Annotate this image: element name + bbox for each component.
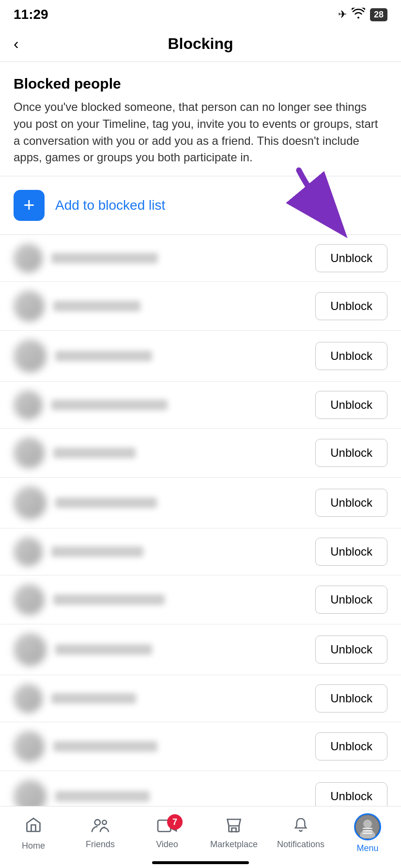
nav-label-video: Video [156, 839, 178, 850]
person-avatar [14, 437, 45, 468]
unblock-button[interactable]: Unblock [315, 732, 387, 760]
person-avatar [14, 244, 43, 273]
svg-rect-7 [363, 828, 372, 829]
person-name [55, 351, 152, 361]
unblock-button[interactable]: Unblock [315, 489, 387, 517]
unblock-button[interactable]: Unblock [315, 391, 387, 419]
home-icon [25, 816, 42, 838]
nav-label-notifications: Notifications [277, 839, 324, 850]
person-name [51, 546, 143, 557]
blocked-item: Unblock [0, 624, 401, 675]
unblock-button[interactable]: Unblock [315, 636, 387, 664]
nav-label-friends: Friends [86, 839, 115, 850]
svg-point-5 [363, 820, 372, 828]
add-blocked-label: Add to blocked list [55, 198, 165, 213]
add-blocked-row[interactable]: + Add to blocked list [0, 176, 401, 235]
unblock-button[interactable]: Unblock [315, 586, 387, 614]
friends-icon [91, 817, 110, 837]
person-name [55, 497, 157, 508]
person-info [14, 684, 315, 713]
page-content: Blocked people Once you've blocked someo… [0, 62, 401, 822]
person-avatar [14, 633, 46, 666]
nav-item-notifications[interactable]: Notifications [267, 817, 334, 850]
blocked-item: Unblock [0, 331, 401, 382]
airplane-icon: ✈ [338, 8, 347, 21]
person-info [14, 437, 315, 468]
person-avatar [14, 537, 43, 566]
nav-item-marketplace[interactable]: Marketplace [200, 817, 267, 850]
blocked-item: Unblock [0, 478, 401, 528]
status-bar: 11:29 ✈ 28 [0, 0, 401, 26]
person-avatar [14, 684, 43, 713]
wifi-icon [352, 8, 365, 21]
unblock-button[interactable]: Unblock [315, 244, 387, 272]
unblock-button[interactable]: Unblock [315, 342, 387, 370]
blocked-list: Unblock Unblock Unblock Unblock Unblock … [0, 235, 401, 822]
home-indicator [152, 861, 249, 864]
blocked-item: Unblock [0, 282, 401, 331]
svg-rect-9 [363, 833, 372, 834]
page-header: ‹ Blocking [0, 26, 401, 62]
nav-item-video[interactable]: 7 Video [134, 817, 200, 850]
unblock-button[interactable]: Unblock [315, 538, 387, 566]
unblock-button[interactable]: Unblock [315, 292, 387, 320]
person-avatar [14, 340, 46, 372]
person-info [14, 633, 315, 666]
back-button[interactable]: ‹ [14, 35, 19, 53]
person-info [14, 291, 315, 322]
menu-avatar [354, 813, 381, 840]
blocked-section: Blocked people Once you've blocked someo… [0, 62, 401, 176]
person-name [53, 594, 165, 605]
unblock-button[interactable]: Unblock [315, 439, 387, 467]
person-name [55, 791, 150, 802]
status-icons: ✈ 28 [338, 8, 387, 21]
person-name [51, 253, 158, 264]
video-badge: 7 [167, 814, 183, 830]
blocked-item: Unblock [0, 575, 401, 624]
bottom-navigation: Home Friends 7 Video [0, 806, 401, 868]
marketplace-icon [225, 817, 243, 837]
person-avatar [14, 731, 45, 762]
person-avatar [14, 291, 45, 322]
person-name [53, 301, 140, 311]
person-avatar [14, 584, 45, 615]
person-info [14, 244, 315, 273]
plus-icon: + [23, 195, 34, 215]
person-info [14, 486, 315, 519]
battery-indicator: 28 [370, 8, 387, 21]
person-info [14, 340, 315, 372]
person-name [55, 644, 152, 655]
nav-label-marketplace: Marketplace [210, 839, 258, 850]
person-avatar [14, 390, 43, 419]
nav-label-menu: Menu [356, 843, 378, 853]
nav-item-friends[interactable]: Friends [67, 817, 134, 850]
nav-item-menu[interactable]: Menu [334, 813, 401, 853]
unblock-button[interactable]: Unblock [315, 684, 387, 713]
person-name [53, 448, 136, 458]
blocked-item: Unblock [0, 235, 401, 282]
person-name [51, 400, 168, 410]
person-name [51, 693, 136, 704]
status-time: 11:29 [14, 7, 48, 22]
person-info [14, 537, 315, 566]
nav-item-home[interactable]: Home [0, 816, 67, 851]
page-title: Blocking [168, 35, 233, 53]
add-blocked-icon-button[interactable]: + [14, 190, 45, 221]
blocked-list-wrapper: Unblock Unblock Unblock Unblock Unblock … [0, 235, 401, 822]
person-info [14, 390, 315, 419]
blocked-item: Unblock [0, 429, 401, 478]
blocked-item: Unblock [0, 722, 401, 771]
person-avatar [14, 486, 46, 519]
notifications-icon [293, 817, 309, 837]
blocked-section-description: Once you've blocked someone, that person… [14, 99, 387, 166]
nav-label-home: Home [22, 841, 45, 851]
svg-rect-8 [363, 830, 372, 832]
svg-point-2 [102, 821, 107, 825]
blocked-item: Unblock [0, 528, 401, 575]
person-info [14, 584, 315, 615]
blocked-item: Unblock [0, 382, 401, 429]
person-name [53, 741, 157, 752]
menu-avatar-image [356, 815, 379, 838]
svg-point-1 [95, 820, 100, 825]
blocked-section-title: Blocked people [14, 76, 387, 92]
